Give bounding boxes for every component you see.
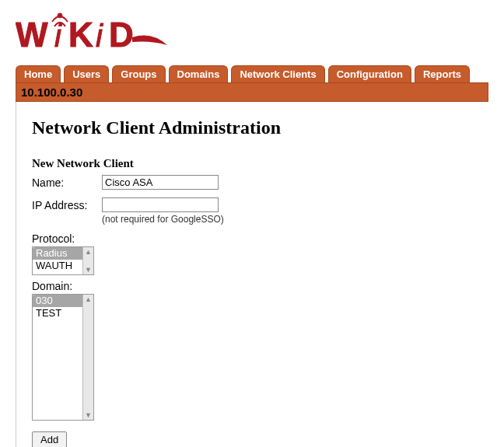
- domain-select[interactable]: 030 TEST: [33, 295, 84, 419]
- name-label: Name:: [32, 175, 102, 189]
- svg-text:i: i: [54, 19, 62, 53]
- domain-select-wrap: 030 TEST ▲ ▼: [32, 294, 94, 421]
- add-button[interactable]: Add: [32, 431, 67, 447]
- protocol-select[interactable]: Radius WAUTH: [33, 247, 84, 274]
- tab-users[interactable]: Users: [64, 65, 109, 82]
- nav-tabs: Home Users Groups Domains Network Client…: [16, 65, 488, 82]
- tab-domains[interactable]: Domains: [169, 65, 229, 82]
- title-bar: 10.100.0.30: [16, 82, 488, 102]
- tab-configuration[interactable]: Configuration: [328, 65, 411, 82]
- domain-option-030[interactable]: 030: [33, 295, 84, 307]
- chevron-up-icon: ▲: [83, 247, 93, 257]
- svg-text:W: W: [16, 16, 48, 54]
- svg-text:i: i: [96, 19, 103, 53]
- tab-home[interactable]: Home: [16, 65, 61, 82]
- protocol-scrollbar: ▲ ▼: [82, 247, 93, 274]
- protocol-label: Protocol:: [32, 232, 473, 245]
- chevron-up-icon: ▲: [83, 295, 93, 304]
- protocol-option-radius[interactable]: Radius: [33, 247, 84, 260]
- tab-network-clients[interactable]: Network Clients: [231, 65, 324, 82]
- page-heading: Network Client Administration: [32, 117, 473, 138]
- ip-hint: (not required for GoogleSSO): [102, 214, 224, 225]
- tab-reports[interactable]: Reports: [415, 65, 470, 82]
- brand-logo: W i K i D: [16, 8, 488, 56]
- protocol-option-wauth[interactable]: WAUTH: [33, 260, 84, 272]
- domain-label: Domain:: [32, 280, 473, 292]
- tab-groups[interactable]: Groups: [112, 65, 165, 82]
- domain-scrollbar: ▲ ▼: [82, 295, 93, 420]
- ip-input[interactable]: [102, 197, 219, 212]
- svg-text:K: K: [68, 16, 93, 54]
- name-input[interactable]: [102, 175, 219, 190]
- protocol-select-wrap: Radius WAUTH ▲ ▼: [32, 246, 94, 275]
- main-content: Network Client Administration New Networ…: [16, 102, 488, 447]
- chevron-down-icon: ▼: [83, 410, 93, 420]
- domain-option-test[interactable]: TEST: [33, 307, 84, 320]
- svg-text:D: D: [109, 16, 134, 54]
- section-heading: New Network Client: [32, 157, 473, 170]
- title-bar-ip: 10.100.0.30: [21, 86, 82, 99]
- ip-label: IP Address:: [32, 197, 102, 211]
- chevron-down-icon: ▼: [83, 265, 93, 274]
